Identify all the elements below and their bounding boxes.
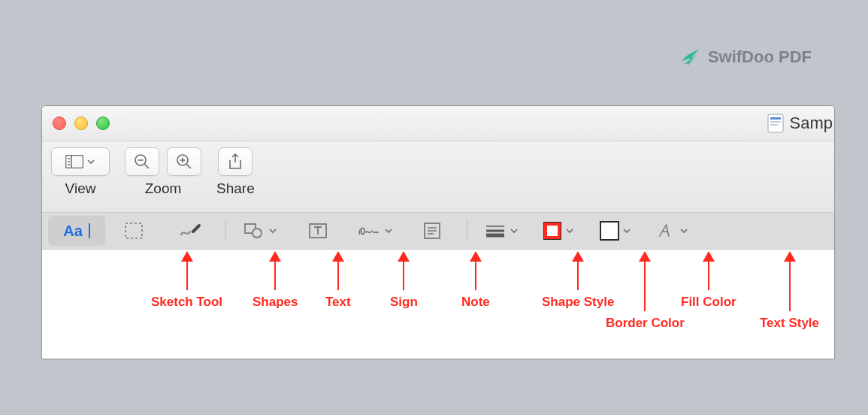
svg-rect-1 <box>770 117 781 120</box>
chevron-down-icon <box>384 226 393 235</box>
separator <box>467 220 467 241</box>
shape-style-tool[interactable] <box>473 216 531 246</box>
close-window-button[interactable] <box>53 117 66 130</box>
annotation-label: Border Color <box>606 316 685 331</box>
document-icon <box>767 114 784 133</box>
chevron-down-icon <box>510 226 519 235</box>
annotation-label: Text Style <box>760 316 819 331</box>
sketch-tool[interactable] <box>162 216 219 246</box>
shapes-icon <box>244 223 264 239</box>
svg-rect-0 <box>768 114 783 132</box>
text-box-icon <box>309 223 327 238</box>
chevron-down-icon <box>622 226 631 235</box>
text-select-tool[interactable]: Aa <box>48 216 105 246</box>
line-weight-icon <box>485 224 505 238</box>
annotation-note: Note <box>461 253 490 310</box>
note-tool[interactable] <box>404 216 461 246</box>
zoom-out-icon <box>134 153 150 170</box>
swifdoo-watermark-label: SwifDoo PDF <box>708 47 812 67</box>
minimize-window-button[interactable] <box>74 117 88 130</box>
swifdoo-logo-icon <box>679 47 700 68</box>
svg-rect-2 <box>770 121 781 123</box>
document-title-label: Samp <box>790 114 833 133</box>
sign-tool[interactable] <box>346 216 404 246</box>
annotation-label: Note <box>461 295 490 310</box>
document-title: Samp <box>767 106 834 141</box>
svg-rect-16 <box>126 223 142 238</box>
svg-rect-3 <box>770 124 778 126</box>
annotation-sketch: Sketch Tool <box>151 253 222 310</box>
annotation-text-style: Text Style <box>760 253 819 331</box>
markup-toolbar: Aa <box>42 213 834 250</box>
zoom-out-button[interactable] <box>125 147 159 176</box>
annotation-shape-style: Shape Style <box>542 253 614 310</box>
annotation-border-color: Border Color <box>606 253 685 331</box>
annotation-text: Text <box>325 253 351 310</box>
app-window: Samp View <box>41 105 835 359</box>
share-button[interactable] <box>218 147 253 176</box>
zoom-group-label: Zoom <box>145 180 182 197</box>
zoom-group: Zoom <box>125 147 201 197</box>
selection-rect-icon <box>125 223 143 239</box>
swifdoo-watermark: SwifDoo PDF <box>679 47 812 68</box>
note-icon <box>424 223 440 239</box>
annotation-label: Sign <box>390 295 418 310</box>
annotation-label: Fill Color <box>681 295 736 310</box>
text-select-glyph: Aa <box>63 223 83 240</box>
chevron-down-icon <box>679 226 688 235</box>
view-group-label: View <box>65 180 96 197</box>
annotation-label: Shapes <box>253 295 298 310</box>
annotation-label: Sketch Tool <box>151 295 222 310</box>
share-group-label: Share <box>216 180 255 197</box>
fill-color-tool[interactable] <box>588 216 645 246</box>
main-toolbar: View <box>42 141 834 213</box>
view-group: View <box>51 147 110 197</box>
traffic-lights <box>53 117 110 130</box>
text-tool[interactable] <box>289 216 346 246</box>
sketch-icon <box>180 223 202 239</box>
annotation-shapes: Shapes <box>253 253 298 310</box>
chevron-down-icon <box>268 226 277 235</box>
font-style-icon <box>658 223 675 239</box>
svg-line-13 <box>186 164 191 168</box>
zoom-in-icon <box>176 153 192 170</box>
titlebar: Samp <box>42 106 834 141</box>
chevron-down-icon <box>86 157 95 166</box>
annotation-label: Text <box>325 295 351 310</box>
zoom-window-button[interactable] <box>96 117 110 130</box>
annotation-label: Shape Style <box>542 295 614 310</box>
view-button[interactable] <box>51 147 110 176</box>
signature-icon <box>357 223 380 238</box>
rect-select-tool[interactable] <box>105 216 162 246</box>
annotation-fill-color: Fill Color <box>681 253 736 310</box>
annotation-sign: Sign <box>390 253 418 310</box>
zoom-in-button[interactable] <box>167 147 201 176</box>
svg-line-10 <box>144 164 149 168</box>
text-style-tool[interactable] <box>645 216 702 246</box>
border-color-tool[interactable] <box>531 216 588 246</box>
fill-color-swatch <box>601 223 618 239</box>
document-area: Sketch Tool Shapes Text Sign Note Shape … <box>42 250 834 359</box>
chevron-down-icon <box>565 226 574 235</box>
svg-point-18 <box>253 229 262 238</box>
shapes-tool[interactable] <box>232 216 289 246</box>
share-icon <box>228 153 243 170</box>
sidebar-icon <box>65 155 83 168</box>
border-color-swatch <box>544 223 561 239</box>
separator <box>225 220 226 241</box>
share-group: Share <box>216 147 255 197</box>
